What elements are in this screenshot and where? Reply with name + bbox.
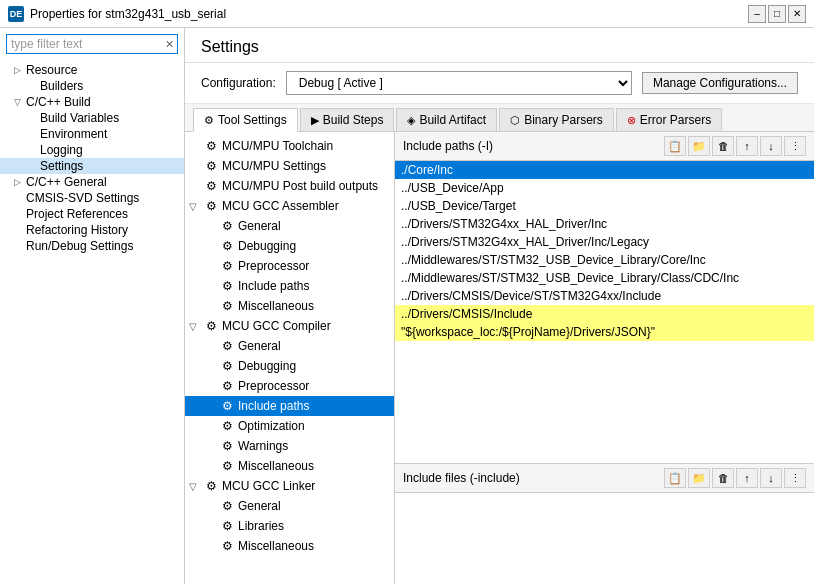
filter-input[interactable] — [11, 37, 161, 51]
tool-tree-compiler-include[interactable]: ⚙ Include paths — [185, 396, 394, 416]
sidebar-item-refactoring-history[interactable]: Refactoring History — [0, 222, 184, 238]
tab-bar: ⚙ Tool Settings ▶ Build Steps ◈ Build Ar… — [185, 104, 814, 132]
tab-label-binary-parsers: Binary Parsers — [524, 113, 603, 127]
add-file-button[interactable]: 📋 — [664, 468, 686, 488]
list-item[interactable]: ../USB_Device/App — [395, 179, 814, 197]
tool-tree-mcu-gcc-compiler[interactable]: ▽ ⚙ MCU GCC Compiler — [185, 316, 394, 336]
tool-tree-compiler-debugging[interactable]: ⚙ Debugging — [185, 356, 394, 376]
include-paths-header: Include paths (-I) 📋 📁 🗑 ↑ ↓ ⋮ — [395, 132, 814, 161]
tool-tree-mcu-post-build[interactable]: ⚙ MCU/MPU Post build outputs — [185, 176, 394, 196]
sidebar-item-environment[interactable]: Environment — [0, 126, 184, 142]
list-item[interactable]: ../Drivers/STM32G4xx_HAL_Driver/Inc/Lega… — [395, 233, 814, 251]
more-options-button[interactable]: ⋮ — [784, 136, 806, 156]
list-item[interactable]: ./Core/Inc — [395, 161, 814, 179]
tool-tree-assembler-misc[interactable]: ⚙ Miscellaneous — [185, 296, 394, 316]
manage-configurations-button[interactable]: Manage Configurations... — [642, 72, 798, 94]
gear-icon: ⚙ — [203, 478, 219, 494]
tool-tree-compiler-general[interactable]: ⚙ General — [185, 336, 394, 356]
tool-tree-assembler-debugging[interactable]: ⚙ Debugging — [185, 236, 394, 256]
sidebar-item-cmsis-svd[interactable]: CMSIS-SVD Settings — [0, 190, 184, 206]
list-item[interactable]: ../Drivers/STM32G4xx_HAL_Driver/Inc — [395, 215, 814, 233]
filter-clear-icon[interactable]: ✕ — [165, 38, 174, 51]
tool-tree-linker-libraries[interactable]: ⚙ Libraries — [185, 516, 394, 536]
sidebar-item-builders[interactable]: Builders — [0, 78, 184, 94]
move-down-button[interactable]: ↓ — [760, 136, 782, 156]
tab-build-artifact[interactable]: ◈ Build Artifact — [396, 108, 497, 131]
add-folder-button[interactable]: 📁 — [688, 136, 710, 156]
tool-tree-compiler-misc[interactable]: ⚙ Miscellaneous — [185, 456, 394, 476]
tool-tree-linker-general[interactable]: ⚙ General — [185, 496, 394, 516]
tool-tree-assembler-general[interactable]: ⚙ General — [185, 216, 394, 236]
gear-icon: ⚙ — [203, 178, 219, 194]
list-item[interactable]: ../Drivers/CMSIS/Include — [395, 305, 814, 323]
tool-tree-compiler-optimization[interactable]: ⚙ Optimization — [185, 416, 394, 436]
add-file-folder-button[interactable]: 📁 — [688, 468, 710, 488]
tab-error-parsers[interactable]: ⊗ Error Parsers — [616, 108, 722, 131]
more-file-options-button[interactable]: ⋮ — [784, 468, 806, 488]
tool-tree-assembler-include[interactable]: ⚙ Include paths — [185, 276, 394, 296]
gear-icon: ⚙ — [219, 258, 235, 274]
window-controls: – □ ✕ — [748, 5, 806, 23]
filter-box[interactable]: ✕ — [6, 34, 178, 54]
tool-tree-assembler-preprocessor[interactable]: ⚙ Preprocessor — [185, 256, 394, 276]
expand-icon: ▷ — [14, 65, 26, 75]
tab-label-build-steps: Build Steps — [323, 113, 384, 127]
sidebar-label-project-references: Project References — [26, 207, 128, 221]
list-item[interactable]: "${workspace_loc:/${ProjName}/Drivers/JS… — [395, 323, 814, 341]
tool-tree-mcu-toolchain[interactable]: ⚙ MCU/MPU Toolchain — [185, 136, 394, 156]
include-files-actions: 📋 📁 🗑 ↑ ↓ ⋮ — [664, 468, 806, 488]
close-button[interactable]: ✕ — [788, 5, 806, 23]
delete-file-button[interactable]: 🗑 — [712, 468, 734, 488]
gear-icon: ⚙ — [219, 538, 235, 554]
right-panel: Settings Configuration: Debug [ Active ]… — [185, 28, 814, 584]
config-select[interactable]: Debug [ Active ] — [286, 71, 632, 95]
tool-tree-linker-misc[interactable]: ⚙ Miscellaneous — [185, 536, 394, 556]
include-files-header: Include files (-include) 📋 📁 🗑 ↑ ↓ ⋮ — [395, 464, 814, 493]
maximize-button[interactable]: □ — [768, 5, 786, 23]
page-title: Settings — [201, 38, 259, 55]
tool-tree-mcu-gcc-linker[interactable]: ▽ ⚙ MCU GCC Linker — [185, 476, 394, 496]
list-item[interactable]: ../USB_Device/Target — [395, 197, 814, 215]
tool-tree-mcu-gcc-assembler[interactable]: ▽ ⚙ MCU GCC Assembler — [185, 196, 394, 216]
tool-tree: ⚙ MCU/MPU Toolchain ⚙ MCU/MPU Settings ⚙… — [185, 132, 395, 584]
tab-build-steps[interactable]: ▶ Build Steps — [300, 108, 395, 131]
sidebar-item-ccpp-build[interactable]: ▽ C/C++ Build — [0, 94, 184, 110]
delete-path-button[interactable]: 🗑 — [712, 136, 734, 156]
gear-icon: ⚙ — [219, 418, 235, 434]
tool-tree-mcu-settings[interactable]: ⚙ MCU/MPU Settings — [185, 156, 394, 176]
gear-icon: ⚙ — [219, 498, 235, 514]
move-file-up-button[interactable]: ↑ — [736, 468, 758, 488]
sidebar-item-build-variables[interactable]: Build Variables — [0, 110, 184, 126]
sidebar-item-logging[interactable]: Logging — [0, 142, 184, 158]
sidebar-item-ccpp-general[interactable]: ▷ C/C++ General — [0, 174, 184, 190]
expand-icon: ▽ — [189, 201, 203, 212]
tab-label-tool-settings: Tool Settings — [218, 113, 287, 127]
settings-header: Settings — [185, 28, 814, 63]
tab-binary-parsers[interactable]: ⬡ Binary Parsers — [499, 108, 614, 131]
sidebar-label-logging: Logging — [40, 143, 83, 157]
sidebar-item-project-references[interactable]: Project References — [0, 206, 184, 222]
sidebar-label-builders: Builders — [40, 79, 83, 93]
gear-icon: ⚙ — [219, 218, 235, 234]
tool-tree-compiler-preprocessor[interactable]: ⚙ Preprocessor — [185, 376, 394, 396]
add-path-button[interactable]: 📋 — [664, 136, 686, 156]
include-file-list — [395, 493, 814, 584]
expand-icon: ▷ — [14, 177, 26, 187]
list-item[interactable]: ../Middlewares/ST/STM32_USB_Device_Libra… — [395, 251, 814, 269]
list-item[interactable]: ../Middlewares/ST/STM32_USB_Device_Libra… — [395, 269, 814, 287]
config-label: Configuration: — [201, 76, 276, 90]
list-item[interactable]: ../Drivers/CMSIS/Device/ST/STM32G4xx/Inc… — [395, 287, 814, 305]
sidebar-item-run-debug[interactable]: Run/Debug Settings — [0, 238, 184, 254]
move-up-button[interactable]: ↑ — [736, 136, 758, 156]
include-paths-panel: Include paths (-I) 📋 📁 🗑 ↑ ↓ ⋮ ./Core/In… — [395, 132, 814, 464]
gear-icon: ⚙ — [219, 238, 235, 254]
tab-tool-settings[interactable]: ⚙ Tool Settings — [193, 108, 298, 132]
gear-icon: ⚙ — [219, 458, 235, 474]
sidebar-item-settings[interactable]: Settings — [0, 158, 184, 174]
move-file-down-button[interactable]: ↓ — [760, 468, 782, 488]
tool-tree-compiler-warnings[interactable]: ⚙ Warnings — [185, 436, 394, 456]
expand-icon: ▽ — [14, 97, 26, 107]
minimize-button[interactable]: – — [748, 5, 766, 23]
sidebar-item-resource[interactable]: ▷ Resource — [0, 62, 184, 78]
expand-icon: ▽ — [189, 481, 203, 492]
